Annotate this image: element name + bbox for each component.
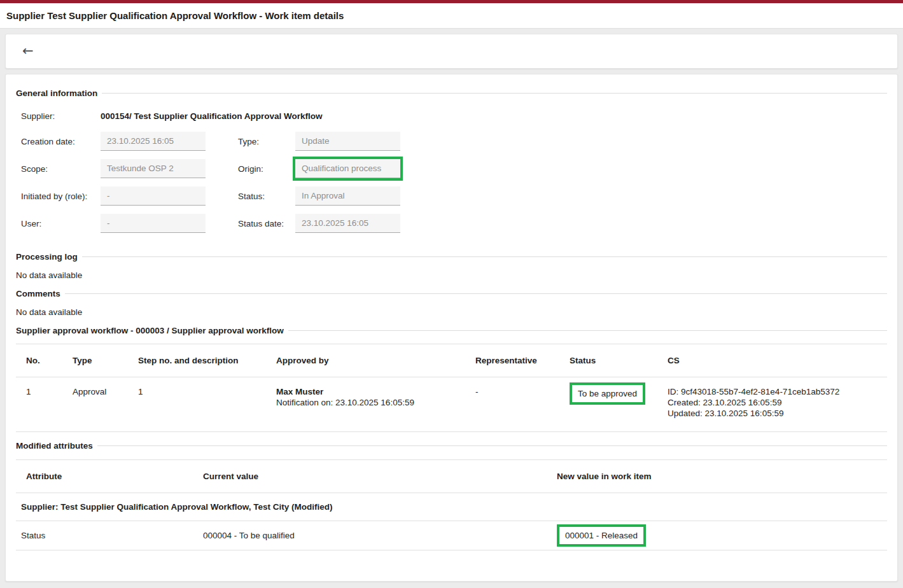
creation-date-field: 23.10.2025 16:05 [101, 132, 206, 151]
cell-status: To be approved [564, 377, 662, 432]
cell-current-value: 000004 - To be qualified [198, 521, 552, 550]
user-field: - [101, 214, 206, 233]
supplier-row: Supplier: 000154/ Test Supplier Qualific… [21, 111, 887, 121]
section-processing-log: Processing log [16, 252, 887, 262]
processing-log-empty-text: No data available [16, 270, 887, 280]
section-approval-workflow: Supplier approval workflow - 000003 / Su… [16, 326, 887, 335]
col-representative: Representative [470, 344, 564, 377]
cell-approved-by: Max Muster Notification on: 23.10.2025 1… [271, 377, 470, 432]
creation-date-label: Creation date: [21, 137, 101, 146]
cell-no: 1 [16, 377, 67, 432]
group-header-text: Supplier: Test Supplier Qualification Ap… [16, 493, 887, 521]
modified-attributes-row: Status 000004 - To be qualified 000001 -… [16, 521, 887, 550]
approval-workflow-header-row: No. Type Step no. and description Approv… [16, 344, 887, 377]
cs-created: Created: 23.10.2025 16:05:59 [668, 397, 882, 408]
app-header: Supplier Test Supplier Qualification App… [0, 3, 903, 29]
cell-attribute: Status [16, 521, 198, 550]
work-item-details-panel: General information Supplier: 000154/ Te… [5, 74, 898, 582]
back-arrow-icon: ← [22, 43, 34, 59]
cs-id: ID: 9cf43018-55b7-4ef2-81e4-71ceb1ab5372 [668, 386, 882, 397]
status-label: Status: [206, 192, 295, 201]
section-modified-attributes-title: Modified attributes [16, 441, 93, 451]
status-date-label: Status date: [206, 219, 295, 228]
approval-workflow-row: 1 Approval 1 Max Muster Notification on:… [16, 377, 887, 432]
section-comments-title: Comments [16, 289, 60, 298]
user-label: User: [21, 219, 101, 228]
section-approval-workflow-title: Supplier approval workflow - 000003 / Su… [16, 326, 284, 335]
scope-label: Scope: [21, 164, 101, 174]
col-status: Status [564, 344, 662, 377]
cell-step: 1 [133, 377, 271, 432]
toolbar-card: ← [5, 34, 898, 69]
modified-attributes-table: Attribute Current value New value in wor… [16, 459, 887, 550]
supplier-label: Supplier: [21, 111, 101, 121]
status-highlight-box: To be approved [570, 382, 645, 405]
col-cs: CS [662, 344, 887, 377]
modified-attributes-group-row: Supplier: Test Supplier Qualification Ap… [16, 493, 887, 521]
origin-label: Origin: [206, 164, 295, 174]
col-current-value: Current value [198, 460, 552, 493]
cell-new-value: 000001 - Released [552, 521, 887, 550]
approver-notification: Notification on: 23.10.2025 16:05:59 [276, 397, 465, 408]
type-label: Type: [206, 137, 295, 146]
col-type: Type [67, 344, 133, 377]
approval-workflow-table: No. Type Step no. and description Approv… [16, 344, 887, 432]
section-comments: Comments [16, 289, 887, 298]
col-new-value: New value in work item [552, 460, 887, 493]
section-general-title: General information [16, 88, 97, 98]
section-general-information: General information [16, 88, 887, 98]
initiated-by-role-label: Initiated by (role): [21, 192, 101, 201]
back-button[interactable]: ← [16, 41, 40, 62]
cs-updated: Updated: 23.10.2025 16:05:59 [668, 408, 882, 419]
comments-empty-text: No data available [16, 307, 887, 317]
cell-type: Approval [67, 377, 133, 432]
content-area: ← General information Supplier: 000154/ … [0, 29, 903, 587]
section-processing-log-title: Processing log [16, 252, 78, 262]
origin-field-highlight-box: Qualification process [295, 159, 400, 178]
modified-attributes-header-row: Attribute Current value New value in wor… [16, 460, 887, 493]
col-step: Step no. and description [133, 344, 271, 377]
status-date-field: 23.10.2025 16:05 [295, 214, 400, 233]
cell-cs: ID: 9cf43018-55b7-4ef2-81e4-71ceb1ab5372… [662, 377, 887, 432]
approver-name: Max Muster [276, 386, 465, 397]
col-no: No. [16, 344, 67, 377]
status-field: In Approval [295, 186, 400, 206]
section-modified-attributes: Modified attributes [16, 441, 887, 451]
col-approved-by: Approved by [271, 344, 470, 377]
cell-representative: - [470, 377, 564, 432]
initiated-by-role-field: - [101, 186, 206, 206]
page-title: Supplier Test Supplier Qualification App… [6, 10, 344, 21]
new-value-highlight-box: 000001 - Released [557, 524, 646, 547]
type-field: Update [295, 132, 400, 151]
supplier-value: 000154/ Test Supplier Qualification Appr… [101, 111, 323, 121]
general-information-form: Creation date: 23.10.2025 16:05 Type: Up… [21, 132, 887, 233]
scope-field: Testkunde OSP 2 [101, 159, 206, 178]
col-attribute: Attribute [16, 460, 198, 493]
